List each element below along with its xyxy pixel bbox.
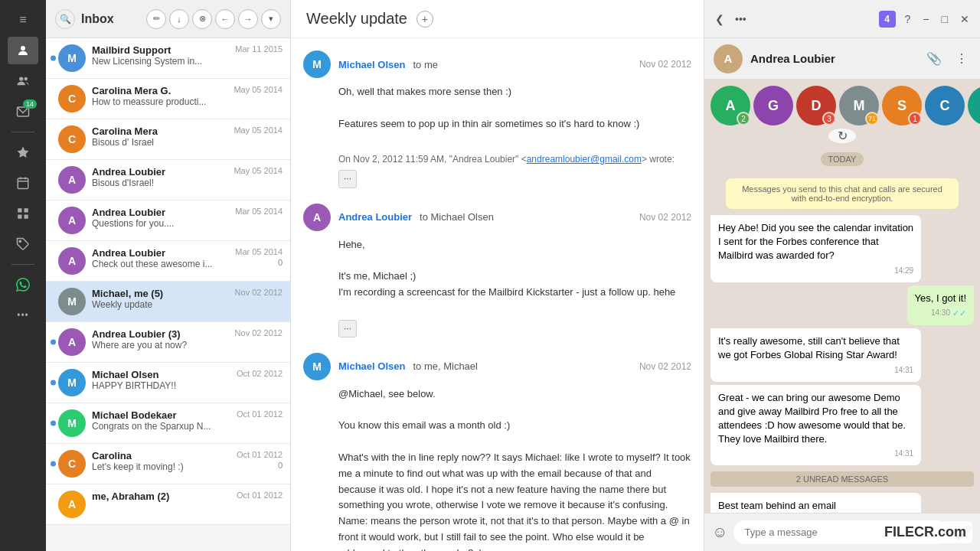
message-block-3: M Michael Olsen to me, Michael Nov 02 20… — [303, 353, 691, 551]
email-item-4[interactable]: A Andrea Loubier Bisous d'Israel! May 05… — [46, 160, 290, 201]
email-date: Oct 01 2012 — [237, 450, 283, 459]
chat-body: A 2 G D 3 M 71 S 1 C — [704, 80, 980, 513]
email-item-9[interactable]: M Michael Olsen HAPPY BIRTHDAY!! Oct 02 … — [46, 363, 290, 403]
email-item-11[interactable]: C Carolina Let's keep it moving! :) Oct … — [46, 444, 290, 484]
email-count: 0 — [278, 258, 283, 267]
msg-line: You know this email was a month old :) — [338, 418, 691, 434]
delete-button[interactable]: ⊗ — [192, 9, 212, 29]
sidebar-whatsapp[interactable] — [8, 271, 38, 298]
email-list-panel: 🔍 Inbox ✏ ↓ ⊗ ← → ▾ M Mailbird Support N… — [46, 0, 291, 551]
email-subject: Bisous d'Israel! — [92, 178, 234, 188]
download-button[interactable]: ↓ — [169, 9, 189, 29]
email-item-12[interactable]: A me, Abraham (2) Oct 01 2012 — [46, 484, 290, 525]
avatar: C — [58, 85, 86, 112]
chat-dots-button[interactable]: ••• — [732, 10, 750, 28]
bubble-time: 14:31 — [718, 365, 913, 376]
minimize-button[interactable]: − — [920, 10, 932, 28]
more-button[interactable]: ▾ — [261, 9, 281, 29]
msg-line: Oh, well that makes more sense then :) — [338, 84, 691, 100]
contact-6[interactable]: C — [925, 86, 965, 126]
bubble-time: 14:29 — [718, 266, 913, 276]
chat-bubble-1: Hey Abe! Did you see the calendar invita… — [710, 215, 921, 282]
sidebar-apps[interactable] — [8, 200, 38, 227]
bubble-text: Hey Abe! Did you see the calendar invita… — [718, 222, 913, 261]
email-subject: Check out these awesome i... — [92, 259, 235, 269]
expand-quote-button[interactable]: ··· — [338, 320, 357, 337]
chat-contacts-strip: A 2 G D 3 M 71 S 1 C — [710, 86, 974, 126]
emoji-button[interactable]: ☺ — [712, 523, 727, 541]
sidebar-people[interactable] — [8, 37, 38, 64]
email-subject: Bisous d' Israel — [92, 137, 234, 148]
email-sender: Michael Bodekaer — [92, 409, 237, 421]
sidebar-star[interactable] — [8, 139, 38, 166]
chat-more-icon[interactable]: ⋮ — [952, 48, 971, 69]
contact-7[interactable]: B — [968, 86, 980, 126]
email-meta: Mar 11 2015 — [235, 44, 283, 54]
compose-button[interactable]: ✏ — [146, 9, 166, 29]
back-button[interactable]: ← — [215, 9, 235, 29]
mic-button[interactable]: 🎤 — [956, 524, 972, 541]
close-button[interactable]: ✕ — [957, 10, 972, 28]
svg-rect-9 — [18, 208, 21, 212]
contact-5[interactable]: S 1 — [882, 86, 922, 126]
chat-bubble-3: It's really awesome, still can't believe… — [710, 328, 921, 381]
email-subject: Let's keep it moving! :) — [92, 461, 237, 472]
maximize-button[interactable]: □ — [939, 10, 951, 28]
email-item-3[interactable]: C Carolina Mera Bisous d' Israel May 05 … — [46, 119, 290, 160]
email-content: Carolina Mera G. How to meassure product… — [92, 85, 234, 107]
refresh-button[interactable]: ↻ — [828, 129, 856, 143]
avatar: A — [58, 247, 86, 275]
sidebar-calendar[interactable] — [8, 169, 38, 197]
email-meta: Nov 02 2012 — [235, 288, 283, 297]
svg-point-13 — [19, 240, 21, 242]
chat-help-button[interactable]: ? — [902, 10, 914, 28]
svg-rect-10 — [24, 208, 28, 212]
thread-title: Weekly update — [306, 10, 407, 28]
sidebar-tags[interactable] — [8, 230, 38, 258]
chat-date-divider: TODAY — [710, 152, 974, 166]
svg-rect-12 — [24, 215, 28, 219]
chat-badge: 4 — [879, 11, 896, 28]
contact-1[interactable]: A 2 — [710, 86, 750, 126]
email-content: Michael Olsen HAPPY BIRTHDAY!! — [92, 369, 237, 391]
chat-bubble-2: Yes, I got it! 14:30 ✓✓ — [907, 285, 974, 326]
email-item-7[interactable]: M Michael, me (5) Weekly update Nov 02 2… — [46, 282, 290, 322]
chat-back-button[interactable]: ❮ — [712, 10, 727, 28]
msg-sender: Andrea Loubier — [338, 211, 412, 223]
avatar: M — [58, 369, 86, 396]
contact-2[interactable]: G — [753, 86, 793, 126]
forward-button[interactable]: → — [238, 9, 258, 29]
chat-nav-icons: ❮ ••• — [712, 10, 750, 28]
expand-quote-button[interactable]: ··· — [338, 170, 357, 187]
contact-4[interactable]: M 71 — [839, 86, 879, 126]
email-subject: HAPPY BIRTHDAY!! — [92, 380, 237, 391]
email-link[interactable]: andreamloubier@gmail.com — [527, 154, 642, 165]
search-button[interactable]: 🔍 — [55, 9, 75, 29]
email-item-10[interactable]: M Michael Bodekaer Congrats on the Sparx… — [46, 403, 290, 444]
chat-input[interactable] — [733, 520, 949, 544]
msg-date: Nov 02 2012 — [639, 212, 691, 223]
email-content: Mailbird Support New Licensing System in… — [92, 44, 235, 67]
svg-marker-4 — [18, 147, 29, 158]
email-item-5[interactable]: A Andrea Loubier Questions for you.... M… — [46, 201, 290, 241]
msg-avatar: M — [303, 353, 331, 380]
sidebar-contacts[interactable] — [8, 67, 38, 95]
email-meta: Mar 05 2014 — [235, 207, 283, 216]
email-item-2[interactable]: C Carolina Mera G. How to meassure produ… — [46, 79, 290, 119]
email-item-8[interactable]: A Andrea Loubier (3) Where are you at no… — [46, 322, 290, 363]
add-thread-button[interactable]: + — [416, 11, 433, 28]
msg-sender: Michael Olsen — [338, 59, 405, 70]
contact-badge: 3 — [822, 112, 836, 126]
email-item-1[interactable]: M Mailbird Support New Licensing System … — [46, 38, 290, 79]
email-meta: Mar 05 2014 0 — [235, 247, 283, 267]
contact-3[interactable]: D 3 — [796, 86, 836, 126]
msg-line: Features seem to pop up in thin air some… — [338, 116, 691, 132]
attach-icon[interactable]: 📎 — [923, 48, 945, 69]
sidebar-mail[interactable]: 14 — [8, 98, 38, 126]
msg-date: Nov 02 2012 — [639, 361, 691, 372]
email-date: Oct 02 2012 — [237, 369, 283, 378]
sidebar-hamburger[interactable]: ≡ — [8, 6, 38, 34]
email-sender: me, Abraham (2) — [92, 491, 237, 502]
sidebar-more[interactable]: ••• — [8, 302, 38, 329]
email-item-6[interactable]: A Andrea Loubier Check out these awesome… — [46, 241, 290, 282]
